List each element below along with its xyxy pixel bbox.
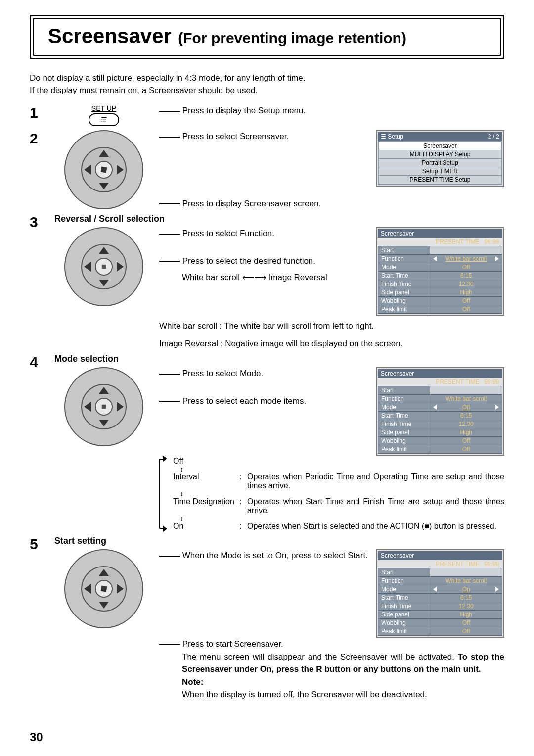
right-arrow-icon [495,256,499,261]
menu-icon: ☰ [381,133,388,140]
down-arrow-icon [99,420,109,426]
left-arrow-icon [433,256,437,261]
dpad-graphic [64,130,143,209]
leader-line [159,137,180,138]
setup-button-graphic: SET UP ☰ [89,104,119,126]
leader-line [159,234,180,235]
down-arrow-icon [99,183,109,189]
mode-timedes-label: Time Designation [173,497,236,506]
step-5-line-4: When the display is turned off, the Scre… [182,688,504,701]
page-subtitle: (For preventing image retention) [178,30,406,46]
screensaver-panel-c: Screensaver PRESENT TIME 99:99 Start Fun… [376,549,504,638]
step-2-text-top: Press to select Screensaver. [182,132,289,141]
step-5: 5 Start setting Whe [30,536,504,701]
menu-item-presenttime: PRESENT TIME Setup [379,176,501,184]
setup-panel-title: ☰ Setup [381,133,403,140]
step-5-line-1: When the Mode is set to On, press to sel… [182,551,368,560]
step-1-text: Press to display the Setup menu. [182,106,306,115]
present-time-cell: PRESENT TIME 99:99 [378,560,502,568]
step-3: 3 Reversal / Scroll selection [30,214,504,350]
step-2-number: 2 [30,130,49,210]
svg-rect-3 [101,586,107,592]
menu-item-portrait: Portrait Setup [379,159,501,167]
step-3-line-2: Press to select the desired function. [182,256,315,266]
step-3-line-3: White bar scroll : The white bar will sc… [159,320,504,332]
up-down-arrow-icon: ↕ [180,490,504,497]
up-down-arrow-icon: ↕ [180,515,504,522]
dpad-graphic [64,367,143,446]
ss-panel-title: Screensaver [381,370,414,377]
toggle-right-label: Image Reversal [268,273,327,282]
right-arrow-icon [117,262,124,272]
step-5-number: 5 [30,536,49,701]
up-down-arrow-icon: ↕ [180,466,504,472]
leader-line [159,556,180,557]
leader-line [159,261,180,262]
leader-line [159,203,180,204]
intro-line-2: If the display must remain on, a Screens… [30,85,504,97]
step-4: 4 Mode selection Pr [30,354,504,532]
setup-panel-page: 2 / 2 [488,133,499,140]
ss-panel-title: Screensaver [381,552,414,559]
step-5-line-3a: The menu screen will disappear and the S… [182,652,458,662]
step-1: 1 SET UP ☰ Press to display the Setup me… [30,104,504,126]
left-arrow-icon [84,262,91,272]
intro-line-1: Do not display a still picture, especial… [30,72,504,85]
leader-line [159,374,180,375]
leader-line [159,111,180,112]
left-arrow-icon [84,165,91,175]
mode-on-desc: Operates when Start is selected and the … [247,522,504,531]
leader-line [159,644,180,645]
step-2-text-bottom: Press to display Screensaver screen. [182,199,321,208]
dpad-graphic [64,227,143,306]
left-arrow-icon [84,584,91,594]
left-arrow-icon [84,402,91,412]
left-arrow-icon [433,405,437,410]
up-arrow-icon [99,569,109,576]
mode-interval-label: Interval [173,472,236,481]
right-arrow-icon [495,587,499,592]
intro-text: Do not display a still picture, especial… [30,72,504,96]
mode-options-bracket: Off ↕ Interval : Operates when Periodic … [159,457,504,531]
dpad-graphic [64,549,143,628]
mode-on-label: On [173,522,236,531]
toggle-left-label: White bar scroll [182,273,240,282]
down-arrow-icon [99,602,109,609]
present-time-cell: PRESENT TIME 99:99 [378,238,502,246]
mode-timedes-desc: Operates when Start Time and Finish Time… [247,497,504,515]
up-arrow-icon [99,387,109,394]
leader-line [159,401,180,402]
page-number: 30 [30,730,43,744]
right-arrow-icon [117,584,124,594]
step-4-heading: Mode selection [54,354,504,364]
down-arrow-icon [99,280,109,286]
svg-rect-0 [101,167,107,173]
up-arrow-icon [99,247,109,254]
step-4-line-1: Press to select Mode. [182,369,263,378]
left-arrow-icon [433,587,437,592]
setup-button-icon: ☰ [89,113,119,126]
mode-interval-desc: Operates when Periodic Time and Operatin… [247,472,504,490]
title-inner: Screensaver (For preventing image retent… [33,18,501,56]
step-5-line-2: Press to start Screensaver. [182,639,283,649]
step-4-number: 4 [30,354,49,532]
setup-button-label: SET UP [91,104,116,112]
menu-item-timer: Setup TIMER [379,167,501,176]
screensaver-panel-a: Screensaver PRESENT TIME 99:99 Start Fun… [376,227,504,316]
bracket-arrow-icon [163,456,167,462]
menu-item-screensaver: Screensaver [379,142,501,150]
menu-icon: ☰ [101,116,107,123]
right-arrow-icon [495,405,499,410]
svg-rect-1 [102,265,106,269]
setup-menu-panel: ☰ Setup 2 / 2 Screensaver MULTI DISPLAY … [376,130,504,187]
right-arrow-icon [117,165,124,175]
step-3-heading: Reversal / Scroll selection [54,214,504,224]
page-title: Screensaver [48,24,172,47]
step-2: 2 [30,130,504,210]
bracket-arrow-icon [163,526,167,532]
menu-item-multidisplay: MULTI DISPLAY Setup [379,150,501,159]
step-1-number: 1 [30,104,49,126]
step-5-heading: Start setting [54,536,504,546]
svg-rect-2 [102,405,106,409]
step-3-number: 3 [30,214,49,350]
